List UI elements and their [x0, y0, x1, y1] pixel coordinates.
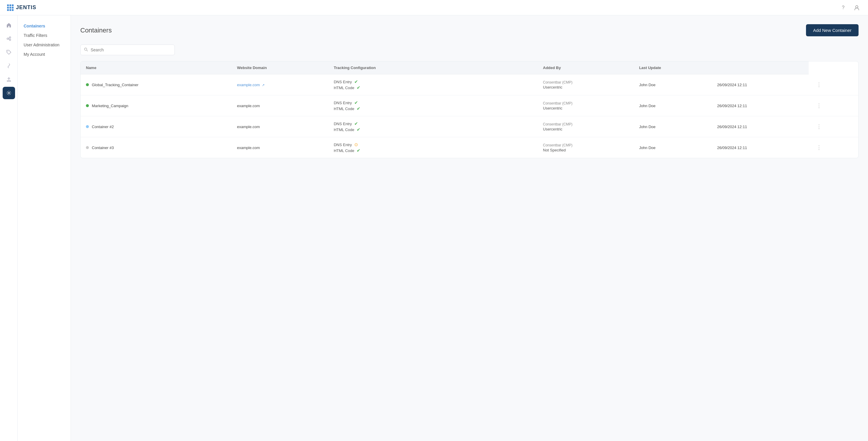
logo-text: JENTIS — [16, 4, 36, 11]
cell-name: Container #3 — [81, 137, 232, 158]
svg-point-1 — [7, 38, 8, 39]
cell-added-by: John Doe — [634, 116, 712, 137]
cell-last-update: 26/09/2024 12:11 — [712, 116, 809, 137]
col-name: Name — [81, 61, 232, 74]
html-code-label: HTML Code — [334, 86, 354, 90]
add-new-container-button[interactable]: Add New Container — [806, 24, 859, 36]
cell-tracking: DNS Entry ✔ HTML Code ✔ — [328, 116, 538, 137]
cell-domain: example.com — [232, 95, 329, 116]
main-header: Containers Add New Container — [80, 24, 859, 36]
logo-icon — [7, 4, 13, 11]
svg-point-2 — [9, 37, 11, 38]
svg-point-9 — [8, 92, 9, 94]
col-added-by: Added By — [538, 61, 634, 74]
domain-text: example.com — [237, 104, 260, 108]
domain-text: example.com — [237, 125, 260, 129]
svg-point-0 — [856, 6, 858, 8]
col-domain: Website Domain — [232, 61, 329, 74]
dns-entry-label: DNS Entry — [334, 80, 352, 84]
container-name[interactable]: Container #3 — [92, 146, 114, 150]
cmp-value: Usercentric — [543, 127, 628, 131]
cell-cmp: Consentbar (CMP) Not Specified — [538, 137, 634, 158]
container-name[interactable]: Container #2 — [92, 125, 114, 129]
table-header: Name Website Domain Tracking Configurati… — [81, 61, 858, 74]
table-row: Marketing_Campaign example.com DNS Entry… — [81, 95, 858, 116]
cell-tracking: DNS Entry ✔ HTML Code ✔ — [328, 95, 538, 116]
main-content: Containers Add New Container Name Websit… — [71, 15, 868, 441]
cmp-label: Consentbar (CMP) — [543, 143, 628, 147]
html-code-label: HTML Code — [334, 149, 354, 153]
cell-name: Container #2 — [81, 116, 232, 137]
dns-entry-label: DNS Entry — [334, 143, 352, 147]
help-icon[interactable]: ? — [839, 4, 847, 12]
sidebar-icon-home[interactable] — [3, 19, 15, 31]
cell-added-by: John Doe — [634, 137, 712, 158]
table-row: Container #3 example.com DNS Entry ⊙ HTM… — [81, 137, 858, 158]
cell-more: ⋮ — [809, 137, 858, 158]
col-last-update: Last Update — [634, 61, 712, 74]
cell-name: Marketing_Campaign — [81, 95, 232, 116]
cell-tracking: DNS Entry ⊙ HTML Code ✔ — [328, 137, 538, 158]
col-actions — [712, 61, 809, 74]
table-row: Global_Tracking_Container example.com ↗ … — [81, 74, 858, 95]
sidebar-item-my-account[interactable]: My Account — [18, 50, 70, 59]
more-options-button[interactable]: ⋮ — [814, 80, 824, 89]
col-tracking: Tracking Configuration — [328, 61, 538, 74]
cell-domain: example.com — [232, 137, 329, 158]
cell-last-update: 26/09/2024 12:11 — [712, 95, 809, 116]
containers-table: Name Website Domain Tracking Configurati… — [80, 61, 859, 158]
status-dot — [86, 146, 89, 149]
external-link-icon: ↗ — [261, 83, 265, 87]
sidebar-icon-publish[interactable] — [3, 73, 15, 86]
cell-more: ⋮ — [809, 95, 858, 116]
cell-cmp: Consentbar (CMP) Usercentric — [538, 116, 634, 137]
cell-more: ⋮ — [809, 116, 858, 137]
html-code-label: HTML Code — [334, 128, 354, 132]
container-name[interactable]: Marketing_Campaign — [92, 104, 128, 108]
svg-line-4 — [8, 38, 9, 38]
sidebar-item-containers[interactable]: Containers — [18, 21, 70, 31]
sidebar-icon-tags[interactable] — [3, 46, 15, 58]
html-code-label: HTML Code — [334, 106, 354, 111]
leftnav: Containers Traffic Filters User Administ… — [18, 15, 71, 441]
more-options-button[interactable]: ⋮ — [814, 101, 824, 110]
cmp-label: Consentbar (CMP) — [543, 122, 628, 126]
sidebar-icon-settings[interactable] — [3, 87, 15, 99]
svg-point-6 — [8, 51, 8, 52]
cell-more: ⋮ — [809, 74, 858, 95]
cell-last-update: 26/09/2024 12:11 — [712, 74, 809, 95]
cell-tracking: DNS Entry ✔ HTML Code ✔ — [328, 74, 538, 95]
cell-cmp: Consentbar (CMP) Usercentric — [538, 74, 634, 95]
cell-domain: example.com ↗ — [232, 74, 329, 95]
cell-name: Global_Tracking_Container — [81, 74, 232, 95]
cmp-value: Not Specified — [543, 148, 628, 152]
cmp-label: Consentbar (CMP) — [543, 101, 628, 105]
sidebar-item-user-administration[interactable]: User Administration — [18, 40, 70, 50]
more-options-button[interactable]: ⋮ — [814, 122, 824, 131]
domain-text: example.com — [237, 146, 260, 150]
dns-entry-label: DNS Entry — [334, 122, 352, 126]
cell-domain: example.com — [232, 116, 329, 137]
sidebar-icon-integrations[interactable] — [3, 32, 15, 45]
cmp-value: Usercentric — [543, 106, 628, 111]
more-options-button[interactable]: ⋮ — [814, 143, 824, 152]
sidebar-icon-section[interactable] — [3, 60, 15, 72]
domain-link[interactable]: example.com ↗ — [237, 83, 265, 87]
dns-entry-label: DNS Entry — [334, 101, 352, 105]
user-icon[interactable] — [852, 4, 861, 12]
svg-point-10 — [85, 48, 87, 51]
status-dot — [86, 83, 89, 86]
svg-rect-8 — [7, 81, 11, 82]
sidebar-item-traffic-filters[interactable]: Traffic Filters — [18, 31, 70, 40]
cell-added-by: John Doe — [634, 95, 712, 116]
cell-cmp: Consentbar (CMP) Usercentric — [538, 95, 634, 116]
topbar-actions: ? — [839, 4, 861, 12]
topbar: JENTIS ? — [0, 0, 868, 15]
page-title: Containers — [80, 27, 112, 34]
container-name[interactable]: Global_Tracking_Container — [92, 83, 138, 87]
svg-point-3 — [9, 39, 11, 41]
logo: JENTIS — [7, 4, 36, 11]
status-dot — [86, 104, 89, 107]
search-input[interactable] — [80, 44, 175, 55]
svg-line-11 — [87, 50, 88, 51]
